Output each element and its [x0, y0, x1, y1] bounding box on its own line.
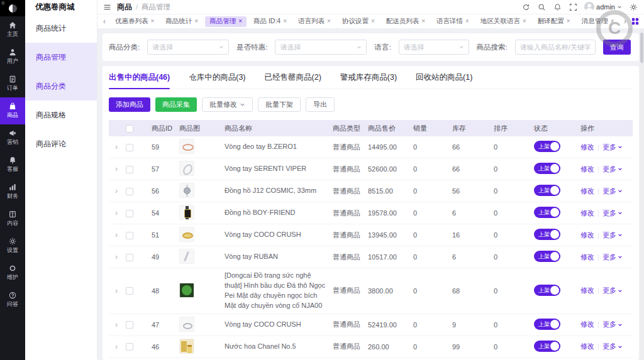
- product-thumbnail[interactable]: [179, 227, 194, 242]
- sidebar-rail-item[interactable]: 营销: [0, 124, 25, 151]
- close-icon[interactable]: ×: [194, 18, 198, 25]
- product-name[interactable]: Vòng tay COCO CRUSH: [225, 230, 333, 240]
- close-icon[interactable]: ×: [567, 18, 570, 25]
- expand-row-icon[interactable]: ›: [109, 209, 124, 217]
- row-checkbox[interactable]: [126, 287, 133, 295]
- product-thumbnail[interactable]: [179, 139, 194, 154]
- expand-row-icon[interactable]: ›: [109, 231, 124, 239]
- product-name[interactable]: Đồng hồ BOY·FRIEND: [225, 208, 333, 218]
- sidebar-rail-item[interactable]: 设置: [0, 232, 25, 259]
- expand-row-icon[interactable]: ›: [109, 165, 124, 173]
- status-toggle[interactable]: 上架: [534, 185, 560, 196]
- bell-icon[interactable]: [553, 3, 562, 11]
- edit-link[interactable]: 修改: [580, 143, 594, 152]
- sidebar-rail-item[interactable]: 订单: [0, 70, 25, 97]
- edit-link[interactable]: 修改: [580, 187, 594, 196]
- product-thumbnail[interactable]: [179, 283, 194, 298]
- page-tab[interactable]: 商品统计 ×: [161, 16, 203, 27]
- batch-edit-button[interactable]: 批量修改: [202, 97, 253, 112]
- status-toggle[interactable]: 上架: [534, 229, 560, 240]
- brand-logo[interactable]: [0, 0, 25, 16]
- status-tab[interactable]: 仓库中的商品(3): [189, 72, 245, 89]
- close-icon[interactable]: ×: [238, 18, 242, 25]
- edit-link[interactable]: 修改: [580, 253, 594, 262]
- page-tab[interactable]: 协议设置 ×: [338, 16, 379, 27]
- product-name[interactable]: Vòng đeo tay B.ZERO1: [225, 142, 333, 152]
- edit-link[interactable]: 修改: [580, 342, 594, 351]
- page-tab[interactable]: 消息管理 ×: [577, 16, 619, 27]
- status-tab[interactable]: 出售中的商品(46): [109, 72, 170, 89]
- tabs-scroll-right-icon[interactable]: ›: [622, 17, 628, 26]
- menu-icon[interactable]: [103, 3, 111, 11]
- close-icon[interactable]: ×: [151, 18, 155, 25]
- sidebar-rail-item[interactable]: 商品: [0, 97, 25, 124]
- more-link[interactable]: 更多: [602, 165, 623, 174]
- close-icon[interactable]: ×: [611, 18, 614, 25]
- select-all-checkbox[interactable]: [126, 125, 133, 133]
- subnav-item[interactable]: 商品统计: [25, 14, 97, 43]
- edit-link[interactable]: 修改: [580, 165, 594, 174]
- status-tab[interactable]: 已经售罄商品(2): [265, 72, 321, 89]
- category-select[interactable]: 请选择: [147, 40, 229, 55]
- product-thumbnail[interactable]: [179, 317, 194, 332]
- page-tab[interactable]: 语言详情 ×: [432, 16, 474, 27]
- product-name[interactable]: Vòng tay RUBAN: [225, 252, 333, 262]
- expand-row-icon[interactable]: ›: [109, 253, 124, 261]
- tabs-list-icon[interactable]: [631, 18, 639, 25]
- product-thumbnail[interactable]: [179, 339, 194, 354]
- edit-link[interactable]: 修改: [580, 320, 594, 329]
- product-thumbnail[interactable]: [179, 205, 194, 220]
- sidebar-rail-item[interactable]: 用户: [0, 43, 25, 70]
- sidebar-rail-item[interactable]: 客服: [0, 151, 25, 178]
- row-checkbox[interactable]: [126, 210, 133, 217]
- row-checkbox[interactable]: [126, 166, 133, 173]
- page-tab[interactable]: 语言列表 ×: [294, 16, 335, 27]
- more-link[interactable]: 更多: [602, 253, 623, 262]
- expand-row-icon[interactable]: ›: [109, 286, 124, 295]
- expand-row-icon[interactable]: ›: [109, 342, 124, 351]
- subnav-item[interactable]: 商品分类: [25, 72, 97, 101]
- row-checkbox[interactable]: [126, 232, 133, 239]
- refresh-icon[interactable]: [521, 3, 530, 11]
- expand-row-icon[interactable]: ›: [109, 143, 124, 151]
- export-button[interactable]: 导出: [306, 97, 335, 112]
- close-icon[interactable]: ×: [283, 18, 287, 25]
- edit-link[interactable]: 修改: [580, 209, 594, 218]
- close-icon[interactable]: ×: [327, 18, 331, 25]
- page-tab[interactable]: 配送员列表 ×: [382, 16, 430, 27]
- more-link[interactable]: 更多: [602, 209, 623, 218]
- page-tab[interactable]: 商品 ID:4 ×: [249, 16, 291, 27]
- product-search-field[interactable]: [515, 40, 596, 55]
- user-menu[interactable]: admin: [584, 2, 622, 12]
- close-icon[interactable]: ×: [523, 18, 526, 25]
- search-input[interactable]: [520, 43, 591, 51]
- product-name[interactable]: Nước hoa Chanel No.5: [225, 342, 333, 352]
- search-icon[interactable]: [537, 3, 546, 11]
- sidebar-rail-item[interactable]: 问答: [0, 286, 25, 314]
- sidebar-rail-item[interactable]: 内容: [0, 205, 25, 232]
- status-tab[interactable]: 警戒库存商品(3): [340, 72, 397, 89]
- product-name[interactable]: Đồng hồ J12 COSMIC, 33mm: [225, 186, 333, 196]
- product-name[interactable]: Vòng tay COCO CRUSH: [225, 320, 333, 330]
- page-tab[interactable]: 翻译配置 ×: [533, 16, 575, 27]
- product-thumbnail[interactable]: [179, 183, 194, 198]
- edit-link[interactable]: 修改: [580, 231, 594, 240]
- collect-product-button[interactable]: 商品采集: [155, 97, 197, 112]
- more-link[interactable]: 更多: [602, 342, 623, 351]
- page-tab[interactable]: 地区关联语言 ×: [476, 16, 531, 27]
- status-toggle[interactable]: 上架: [534, 319, 560, 330]
- special-select[interactable]: 请选择: [275, 40, 367, 55]
- expand-row-icon[interactable]: ›: [109, 320, 124, 329]
- status-toggle[interactable]: 上架: [534, 285, 560, 296]
- page-tab[interactable]: 商品管理 ×: [205, 16, 247, 27]
- subnav-item[interactable]: 商品管理: [25, 43, 97, 72]
- fullscreen-icon[interactable]: [569, 3, 577, 11]
- row-checkbox[interactable]: [126, 144, 133, 151]
- status-toggle[interactable]: 上架: [534, 341, 560, 352]
- page-tab[interactable]: 优惠券列表 ×: [111, 16, 158, 27]
- status-toggle[interactable]: 上架: [534, 141, 560, 152]
- close-icon[interactable]: ×: [421, 18, 425, 25]
- status-tab[interactable]: 回收站的商品(1): [416, 72, 472, 89]
- more-link[interactable]: 更多: [602, 286, 623, 295]
- close-icon[interactable]: ×: [465, 18, 469, 25]
